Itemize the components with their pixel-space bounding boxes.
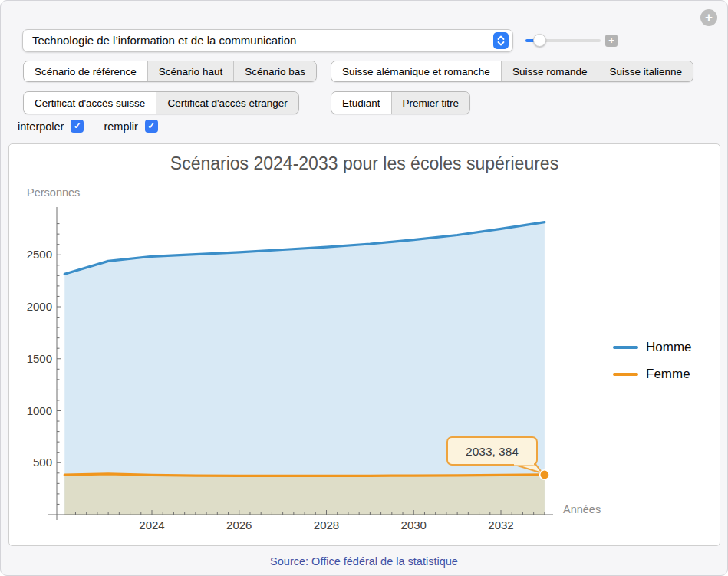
x-tick-label: 2028 [314, 518, 339, 532]
button-suisse-romande[interactable]: Suisse romande [501, 61, 598, 81]
area-fill-homme [64, 222, 545, 515]
chart-panel: 5001000150020002500202420262028203020322… [8, 143, 720, 546]
tooltip-seam-patch [514, 462, 534, 466]
scenario-button-group: Scénario de référence Scénario haut Scén… [23, 61, 317, 82]
y-tick-label: 1500 [27, 352, 52, 365]
plus-circle-icon[interactable]: + [700, 9, 717, 26]
button-scenario-reference[interactable]: Scénario de référence [24, 61, 147, 81]
homme-line-swatch [613, 346, 638, 349]
legend-item-femme: Femme [613, 366, 692, 383]
button-certificat-suisse[interactable]: Certificat d'accès suisse [24, 92, 156, 114]
chart-legend: Homme Femme [613, 339, 692, 393]
checkbox-row: interpoler ✓ remplir ✓ [18, 120, 158, 133]
field-selector-dropdown[interactable]: Technologie de l’information et de la co… [22, 29, 513, 52]
x-axis-label: Années [563, 503, 601, 515]
x-tick-label: 2030 [401, 518, 427, 532]
remplir-label: remplir [104, 120, 137, 133]
femme-line-swatch [613, 373, 638, 376]
x-tick-label: 2032 [488, 518, 513, 532]
button-etudiant[interactable]: Etudiant [331, 92, 391, 114]
chart-title: Scénarios 2024-2033 pour les écoles supé… [9, 153, 720, 174]
x-tick-label: 2024 [139, 518, 164, 532]
slider-thumb[interactable] [533, 34, 546, 47]
button-suisse-italienne[interactable]: Suisse italienne [598, 61, 693, 81]
femme-endpoint-marker[interactable] [540, 470, 549, 479]
area-fill-femme [64, 474, 545, 515]
field-selector-value: Technologie de l’information et de la co… [32, 30, 296, 51]
statut-button-group: Etudiant Premier titre [331, 91, 470, 114]
interpoler-label: interpoler [18, 120, 64, 133]
tooltip-text: 2033, 384 [466, 445, 519, 458]
button-suisse-alemanique[interactable]: Suisse alémanique et romanche [331, 61, 501, 81]
button-premier-titre[interactable]: Premier titre [391, 92, 470, 114]
source-link[interactable]: Source: Office fédéral de la statistique [1, 555, 727, 568]
y-axis-label: Personnes [27, 186, 80, 199]
x-tick-label: 2026 [226, 518, 252, 532]
plus-icon[interactable]: + [605, 35, 618, 47]
legend-label-femme: Femme [646, 367, 690, 382]
certificat-button-group: Certificat d'accès suisse Certificat d'a… [23, 91, 299, 114]
button-scenario-haut[interactable]: Scénario haut [147, 61, 233, 81]
remplir-checkbox[interactable]: ✓ [145, 120, 158, 133]
interpoler-checkbox[interactable]: ✓ [71, 120, 84, 133]
y-tick-label: 1000 [27, 404, 52, 417]
y-tick-label: 2500 [27, 248, 52, 261]
region-button-group: Suisse alémanique et romanche Suisse rom… [331, 61, 693, 82]
legend-label-homme: Homme [646, 340, 692, 355]
up-down-chevrons-icon[interactable] [493, 32, 509, 49]
manipulate-window: + Technologie de l’information et de la … [0, 0, 728, 576]
button-scenario-bas[interactable]: Scénario bas [233, 61, 316, 81]
legend-item-homme: Homme [613, 339, 692, 356]
y-tick-label: 500 [33, 456, 52, 469]
y-tick-label: 2000 [27, 300, 52, 313]
button-certificat-etranger[interactable]: Certificat d'accès étranger [156, 92, 298, 114]
